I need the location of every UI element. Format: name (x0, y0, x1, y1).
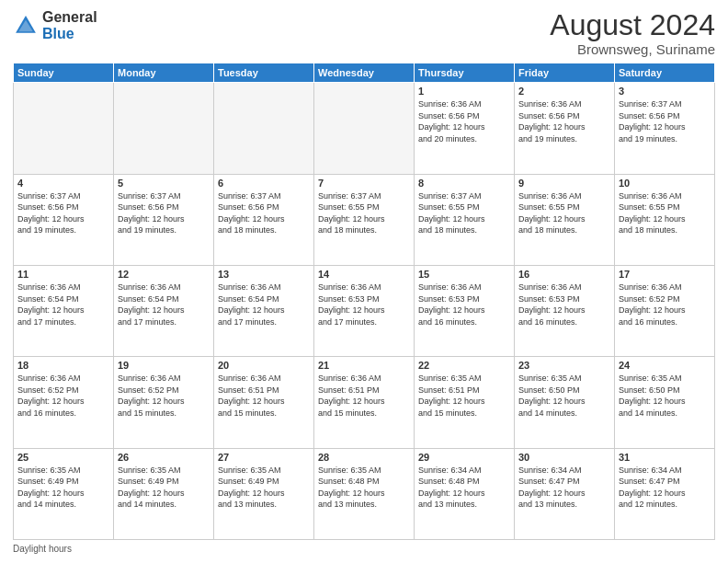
calendar-cell: 17Sunrise: 6:36 AM Sunset: 6:52 PM Dayli… (615, 265, 715, 356)
day-info: Sunrise: 6:37 AM Sunset: 6:55 PM Dayligh… (418, 190, 510, 236)
logo: General Blue (13, 9, 97, 41)
day-info: Sunrise: 6:36 AM Sunset: 6:53 PM Dayligh… (318, 282, 410, 327)
header: General Blue August 2024 Brownsweg, Suri… (13, 9, 715, 57)
daylight-label: Daylight hours (13, 544, 72, 554)
day-number: 15 (418, 269, 510, 280)
calendar-cell: 3Sunrise: 6:37 AM Sunset: 6:56 PM Daylig… (615, 83, 715, 174)
day-info: Sunrise: 6:36 AM Sunset: 6:52 PM Dayligh… (619, 282, 711, 327)
day-info: Sunrise: 6:35 AM Sunset: 6:48 PM Dayligh… (318, 465, 410, 511)
day-info: Sunrise: 6:36 AM Sunset: 6:55 PM Dayligh… (518, 190, 610, 236)
day-number: 2 (518, 86, 610, 97)
day-number: 4 (17, 178, 109, 189)
logo-icon (13, 13, 39, 39)
day-info: Sunrise: 6:36 AM Sunset: 6:51 PM Dayligh… (318, 373, 410, 419)
calendar-cell: 11Sunrise: 6:36 AM Sunset: 6:54 PM Dayli… (14, 265, 114, 356)
day-number: 27 (218, 452, 310, 463)
title-block: August 2024 Brownsweg, Suriname (550, 9, 715, 57)
calendar-cell: 19Sunrise: 6:36 AM Sunset: 6:52 PM Dayli… (114, 357, 214, 448)
calendar-cell: 21Sunrise: 6:36 AM Sunset: 6:51 PM Dayli… (314, 357, 415, 448)
day-header-saturday: Saturday (615, 63, 715, 83)
calendar-cell: 29Sunrise: 6:34 AM Sunset: 6:48 PM Dayli… (415, 448, 515, 539)
month-year: August 2024 (550, 9, 715, 41)
calendar-cell: 4Sunrise: 6:37 AM Sunset: 6:56 PM Daylig… (14, 174, 114, 265)
week-row-4: 18Sunrise: 6:36 AM Sunset: 6:52 PM Dayli… (14, 357, 715, 448)
day-number: 30 (518, 452, 610, 463)
day-info: Sunrise: 6:35 AM Sunset: 6:50 PM Dayligh… (518, 373, 610, 419)
calendar-cell: 27Sunrise: 6:35 AM Sunset: 6:49 PM Dayli… (214, 448, 314, 539)
week-row-3: 11Sunrise: 6:36 AM Sunset: 6:54 PM Dayli… (14, 265, 715, 356)
day-info: Sunrise: 6:36 AM Sunset: 6:52 PM Dayligh… (17, 373, 109, 419)
day-number: 10 (619, 178, 711, 189)
day-header-friday: Friday (515, 63, 615, 83)
calendar-cell: 13Sunrise: 6:36 AM Sunset: 6:54 PM Dayli… (214, 265, 314, 356)
calendar-cell: 2Sunrise: 6:36 AM Sunset: 6:56 PM Daylig… (515, 83, 615, 174)
day-number: 3 (619, 86, 711, 97)
day-info: Sunrise: 6:37 AM Sunset: 6:55 PM Dayligh… (318, 190, 410, 236)
calendar-cell: 24Sunrise: 6:35 AM Sunset: 6:50 PM Dayli… (615, 357, 715, 448)
calendar-cell: 1Sunrise: 6:36 AM Sunset: 6:56 PM Daylig… (415, 83, 515, 174)
day-header-monday: Monday (114, 63, 214, 83)
logo-text: General Blue (42, 9, 97, 41)
calendar-cell: 30Sunrise: 6:34 AM Sunset: 6:47 PM Dayli… (515, 448, 615, 539)
calendar-cell: 26Sunrise: 6:35 AM Sunset: 6:49 PM Dayli… (114, 448, 214, 539)
day-number: 20 (218, 360, 310, 371)
day-info: Sunrise: 6:36 AM Sunset: 6:55 PM Dayligh… (619, 190, 711, 236)
day-info: Sunrise: 6:36 AM Sunset: 6:54 PM Dayligh… (218, 282, 310, 327)
location: Brownsweg, Suriname (550, 41, 715, 57)
calendar-cell: 16Sunrise: 6:36 AM Sunset: 6:53 PM Dayli… (515, 265, 615, 356)
day-number: 25 (17, 452, 109, 463)
week-row-2: 4Sunrise: 6:37 AM Sunset: 6:56 PM Daylig… (14, 174, 715, 265)
logo-general: General (42, 9, 97, 26)
day-info: Sunrise: 6:36 AM Sunset: 6:53 PM Dayligh… (518, 282, 610, 327)
calendar-cell: 23Sunrise: 6:35 AM Sunset: 6:50 PM Dayli… (515, 357, 615, 448)
day-number: 19 (118, 360, 210, 371)
day-number: 23 (518, 360, 610, 371)
day-info: Sunrise: 6:35 AM Sunset: 6:51 PM Dayligh… (418, 373, 510, 419)
day-number: 9 (518, 178, 610, 189)
day-number: 18 (17, 360, 109, 371)
calendar-cell: 9Sunrise: 6:36 AM Sunset: 6:55 PM Daylig… (515, 174, 615, 265)
day-info: Sunrise: 6:36 AM Sunset: 6:52 PM Dayligh… (118, 373, 210, 419)
day-info: Sunrise: 6:36 AM Sunset: 6:56 PM Dayligh… (418, 98, 510, 144)
day-info: Sunrise: 6:36 AM Sunset: 6:53 PM Dayligh… (418, 282, 510, 327)
calendar-cell: 18Sunrise: 6:36 AM Sunset: 6:52 PM Dayli… (14, 357, 114, 448)
calendar-cell: 12Sunrise: 6:36 AM Sunset: 6:54 PM Dayli… (114, 265, 214, 356)
day-number: 12 (118, 269, 210, 280)
day-info: Sunrise: 6:35 AM Sunset: 6:49 PM Dayligh… (218, 465, 310, 511)
day-number: 7 (318, 178, 410, 189)
logo-blue: Blue (42, 26, 97, 42)
calendar-table: SundayMondayTuesdayWednesdayThursdayFrid… (13, 63, 715, 540)
day-info: Sunrise: 6:37 AM Sunset: 6:56 PM Dayligh… (619, 98, 711, 144)
calendar-cell: 14Sunrise: 6:36 AM Sunset: 6:53 PM Dayli… (314, 265, 415, 356)
footer-note: Daylight hours (13, 544, 715, 554)
day-info: Sunrise: 6:36 AM Sunset: 6:51 PM Dayligh… (218, 373, 310, 419)
day-number: 13 (218, 269, 310, 280)
day-number: 1 (418, 86, 510, 97)
day-info: Sunrise: 6:35 AM Sunset: 6:49 PM Dayligh… (118, 465, 210, 511)
day-number: 16 (518, 269, 610, 280)
calendar-cell: 28Sunrise: 6:35 AM Sunset: 6:48 PM Dayli… (314, 448, 415, 539)
week-row-5: 25Sunrise: 6:35 AM Sunset: 6:49 PM Dayli… (14, 448, 715, 539)
day-info: Sunrise: 6:34 AM Sunset: 6:48 PM Dayligh… (418, 465, 510, 511)
week-row-1: 1Sunrise: 6:36 AM Sunset: 6:56 PM Daylig… (14, 83, 715, 174)
day-header-thursday: Thursday (415, 63, 515, 83)
day-header-sunday: Sunday (14, 63, 114, 83)
day-info: Sunrise: 6:36 AM Sunset: 6:54 PM Dayligh… (118, 282, 210, 327)
day-number: 28 (318, 452, 410, 463)
calendar-cell: 5Sunrise: 6:37 AM Sunset: 6:56 PM Daylig… (114, 174, 214, 265)
day-info: Sunrise: 6:37 AM Sunset: 6:56 PM Dayligh… (118, 190, 210, 236)
calendar-cell: 15Sunrise: 6:36 AM Sunset: 6:53 PM Dayli… (415, 265, 515, 356)
day-number: 21 (318, 360, 410, 371)
calendar-cell: 20Sunrise: 6:36 AM Sunset: 6:51 PM Dayli… (214, 357, 314, 448)
day-info: Sunrise: 6:36 AM Sunset: 6:54 PM Dayligh… (17, 282, 109, 327)
day-number: 26 (118, 452, 210, 463)
page: General Blue August 2024 Brownsweg, Suri… (0, 0, 728, 563)
calendar-cell (114, 83, 214, 174)
day-number: 8 (418, 178, 510, 189)
day-info: Sunrise: 6:37 AM Sunset: 6:56 PM Dayligh… (218, 190, 310, 236)
day-number: 5 (118, 178, 210, 189)
calendar-cell (14, 83, 114, 174)
calendar-cell (314, 83, 415, 174)
day-number: 6 (218, 178, 310, 189)
day-info: Sunrise: 6:34 AM Sunset: 6:47 PM Dayligh… (619, 465, 711, 511)
